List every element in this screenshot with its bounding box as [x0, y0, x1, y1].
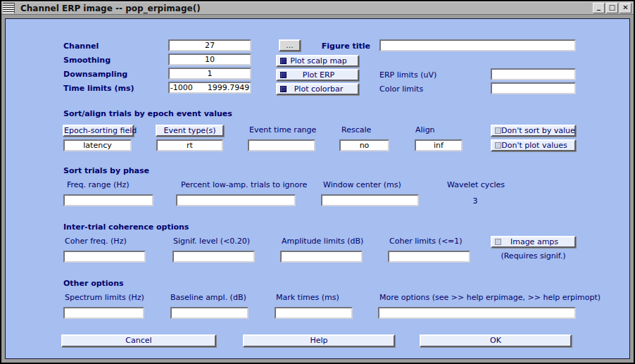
channel-input[interactable]: [168, 39, 251, 51]
baseline-ampl-input[interactable]: [170, 307, 249, 319]
percent-lowamp-input[interactable]: [176, 194, 296, 206]
wavelet-cycles-label: Wavelet cycles: [447, 180, 505, 189]
smoothing-input[interactable]: [168, 54, 251, 65]
coher-freq-input[interactable]: [63, 251, 146, 263]
freq-range-label: Freq. range (Hz): [67, 180, 130, 189]
time-limits-input[interactable]: [168, 82, 251, 94]
epoch-sorting-field-input[interactable]: [63, 139, 132, 151]
coher-limits-label: Coher limits (<=1): [389, 237, 463, 246]
downsampling-input[interactable]: [168, 68, 251, 80]
ok-button[interactable]: OK: [420, 334, 572, 347]
rescale-label: Rescale: [341, 125, 371, 134]
titlebar[interactable]: Channel ERP image -- pop_erpimage() _ □ …: [1, 1, 634, 15]
signif-level-label: Signif. level (<0.20): [173, 237, 250, 246]
checkbox-label: Don't plot values: [501, 141, 574, 150]
dont-plot-values-checkbox[interactable]: Don't plot values: [491, 139, 576, 151]
image-amps-checkbox[interactable]: Image amps: [491, 236, 576, 248]
erp-limits-input[interactable]: [491, 68, 576, 80]
freq-range-input[interactable]: [63, 194, 153, 206]
color-limits-label: Color limits: [379, 84, 423, 94]
rescale-input[interactable]: [339, 139, 389, 151]
baseline-ampl-label: Baseline ampl. (dB): [170, 293, 246, 302]
window-center-label: Window center (ms): [323, 180, 401, 189]
section-header-phase: Sort trials by phase: [63, 166, 149, 175]
wavelet-cycles-value: 3: [447, 196, 503, 206]
plot-erp-checkbox[interactable]: Plot ERP: [276, 69, 359, 81]
checkbox-indicator-icon: [495, 127, 501, 134]
checkbox-indicator-icon: [280, 86, 287, 92]
epoch-sorting-field-button[interactable]: Epoch-sorting field: [63, 125, 134, 137]
mark-times-input[interactable]: [275, 307, 353, 319]
window-frame: Channel Smoothing Downsampling Time limi…: [3, 16, 632, 361]
amplitude-limits-label: Amplitude limits (dB): [282, 237, 363, 246]
section-header-other: Other options: [63, 279, 124, 288]
checkbox-indicator-icon: [495, 142, 501, 149]
amplitude-limits-input[interactable]: [280, 251, 363, 263]
checkbox-label: Plot ERP: [287, 70, 358, 80]
requires-signif-note: (Requires signif.): [491, 251, 576, 261]
figure-title-label: Figure title: [307, 42, 370, 51]
checkbox-label: Plot scalp map: [287, 56, 358, 65]
checkbox-indicator-icon: [495, 239, 501, 245]
close-button[interactable]: ✕: [620, 3, 631, 13]
cancel-button[interactable]: Cancel: [61, 334, 216, 347]
time-limits-label: Time limits (ms): [63, 84, 134, 93]
help-button[interactable]: Help: [243, 334, 395, 347]
color-limits-input[interactable]: [491, 82, 576, 94]
channel-label: Channel: [63, 42, 99, 51]
plot-colorbar-checkbox[interactable]: Plot colorbar: [276, 83, 359, 95]
maximize-button[interactable]: □: [606, 3, 618, 13]
spectrum-limits-label: Spectrum limits (Hz): [65, 293, 144, 302]
window-title: Channel ERP image -- pop_erpimage(): [20, 4, 201, 13]
downsampling-label: Downsampling: [63, 70, 127, 79]
browse-button[interactable]: ...: [279, 39, 301, 51]
plot-scalp-map-checkbox[interactable]: Plot scalp map: [276, 55, 359, 67]
align-label: Align: [415, 125, 435, 134]
event-time-range-label: Event time range: [249, 125, 316, 134]
erp-limits-label: ERP limits (uV): [379, 70, 436, 80]
spectrum-limits-input[interactable]: [63, 307, 144, 319]
window-center-input[interactable]: [321, 194, 419, 206]
more-options-label: More options (see >> help erpimage, >> h…: [379, 293, 601, 302]
more-options-input[interactable]: [378, 307, 576, 319]
event-time-range-input[interactable]: [248, 139, 315, 151]
dialog-window: Channel ERP image -- pop_erpimage() _ □ …: [0, 0, 635, 364]
dont-sort-by-value-checkbox[interactable]: Don't sort by value: [491, 125, 576, 137]
section-header-coherence: Inter-trial coherence options: [63, 222, 189, 232]
checkbox-label: Plot colorbar: [287, 84, 358, 94]
percent-lowamp-label: Percent low-amp. trials to ignore: [181, 180, 307, 189]
coher-freq-label: Coher freq. (Hz): [65, 237, 127, 246]
minimize-button[interactable]: _: [593, 3, 605, 13]
window-menu-icon[interactable]: [3, 3, 15, 13]
event-types-button[interactable]: Event type(s): [156, 125, 224, 137]
event-types-input[interactable]: [156, 139, 223, 151]
figure-title-input[interactable]: [379, 39, 576, 51]
signif-level-input[interactable]: [172, 251, 255, 263]
checkbox-label: Image amps: [501, 237, 574, 246]
align-input[interactable]: [415, 139, 463, 151]
section-header-sort-align: Sort/align trials by epoch event values: [63, 109, 232, 118]
coher-limits-input[interactable]: [388, 251, 470, 263]
dialog-content: Channel Smoothing Downsampling Time limi…: [5, 18, 630, 359]
checkbox-label: Don't sort by value: [501, 126, 582, 135]
checkbox-indicator-icon: [280, 58, 287, 64]
smoothing-label: Smoothing: [63, 56, 111, 65]
checkbox-indicator-icon: [280, 72, 287, 78]
window-controls: _ □ ✕: [593, 3, 631, 13]
mark-times-label: Mark times (ms): [276, 293, 339, 302]
